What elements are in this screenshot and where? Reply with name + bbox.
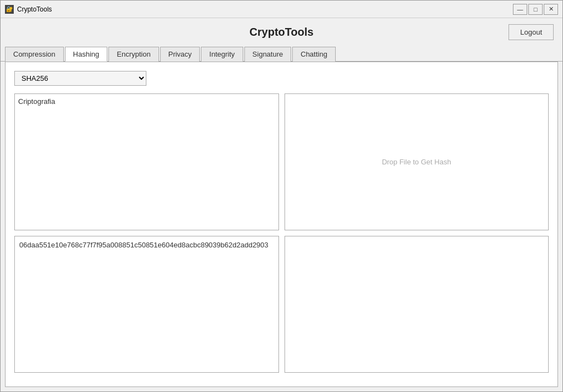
window-controls: — □ ✕ <box>513 4 558 15</box>
file-drop-panel[interactable]: Drop File to Get Hash <box>285 93 549 230</box>
hash-output-panel: 06daa551e10e768c77f7f95a008851c50851e604… <box>14 236 279 373</box>
maximize-button[interactable]: □ <box>528 4 543 15</box>
window-title: CryptoTools <box>17 5 513 13</box>
file-hash-output-text <box>288 240 545 369</box>
file-hash-output-panel <box>285 236 549 373</box>
app-title: CryptoTools <box>249 26 313 38</box>
minimize-button[interactable]: — <box>513 4 527 15</box>
tab-integrity[interactable]: Integrity <box>201 47 243 62</box>
text-input-panel: Criptografia <box>14 93 279 230</box>
algorithm-select[interactable]: SHA256 MD5 SHA1 SHA512 <box>14 71 146 86</box>
content-area: SHA256 MD5 SHA1 SHA512 Criptografia Drop… <box>5 62 558 387</box>
close-button[interactable]: ✕ <box>544 4 558 15</box>
tab-hashing[interactable]: Hashing <box>65 47 108 62</box>
tab-privacy[interactable]: Privacy <box>160 47 200 62</box>
app-icon: 🔐 <box>5 5 14 14</box>
logout-button[interactable]: Logout <box>509 24 554 40</box>
tab-signature[interactable]: Signature <box>244 47 292 62</box>
tab-compression[interactable]: Compression <box>5 47 64 62</box>
drop-zone-label: Drop File to Get Hash <box>288 97 545 227</box>
tab-encryption[interactable]: Encryption <box>108 47 158 62</box>
app-header: CryptoTools Logout <box>1 18 562 46</box>
algorithm-row: SHA256 MD5 SHA1 SHA512 <box>14 71 549 86</box>
panels-grid: Criptografia Drop File to Get Hash 06daa… <box>14 93 549 373</box>
text-input[interactable]: Criptografia <box>18 97 275 227</box>
main-window: 🔐 CryptoTools — □ ✕ CryptoTools Logout C… <box>0 0 563 392</box>
hash-output-text: 06daa551e10e768c77f7f95a008851c50851e604… <box>18 240 275 369</box>
title-bar: 🔐 CryptoTools — □ ✕ <box>1 1 562 18</box>
tab-chatting[interactable]: Chatting <box>292 47 335 62</box>
tabs-bar: Compression Hashing Encryption Privacy I… <box>1 46 562 62</box>
